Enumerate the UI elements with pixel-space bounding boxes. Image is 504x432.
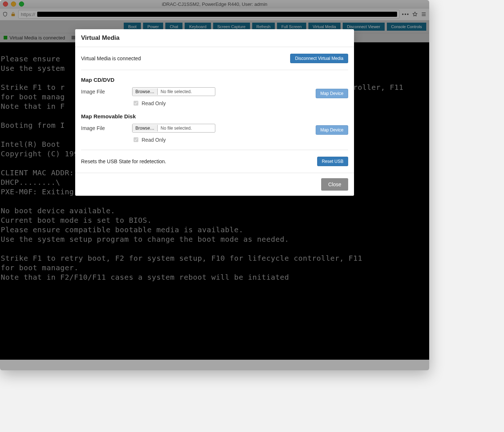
disconnect-virtual-media-button[interactable]: Disconnect Virtual Media	[290, 54, 348, 63]
cd-map-device-button[interactable]: Map Device	[316, 89, 348, 98]
hamburger-menu-icon[interactable]	[420, 11, 427, 18]
dialog-title: Virtual Media	[81, 34, 348, 42]
rd-image-file-label: Image File	[81, 125, 132, 131]
map-removable-section: Map Removable Disk Image File Browse… No…	[81, 113, 348, 143]
dialog-header: Virtual Media	[75, 29, 354, 47]
vmedia-status-text: Virtual Media is connected	[81, 56, 141, 61]
cd-read-only-checkbox[interactable]	[134, 101, 138, 106]
status-indicator-icon	[72, 36, 75, 39]
divider	[81, 150, 348, 150]
virtual-media-dialog: Virtual Media Virtual Media is connected…	[75, 29, 354, 196]
dialog-footer: Close	[75, 173, 354, 196]
cd-file-input[interactable]: Browse… No file selected.	[132, 87, 215, 96]
rd-browse-button[interactable]: Browse…	[132, 125, 158, 131]
lock-warning-icon[interactable]	[10, 11, 16, 17]
tracking-protection-icon[interactable]	[2, 11, 8, 17]
cd-read-only-label: Read Only	[142, 100, 166, 106]
app-window: iDRAC-CJ1SSM2, PowerEdge R440, User: adm…	[0, 0, 429, 370]
toolbar-console-controls-button[interactable]: Console Controls	[387, 23, 426, 31]
map-cd-section: Map CD/DVD Image File Browse… No file se…	[81, 77, 348, 107]
url-scheme: https://	[21, 12, 35, 17]
status-vmedia: Virtual Media is connected	[4, 35, 65, 41]
close-button[interactable]: Close	[321, 178, 348, 191]
cd-image-file-label: Image File	[81, 89, 132, 95]
rd-map-device-button[interactable]: Map Device	[316, 125, 348, 135]
address-bar: https:// •••	[0, 8, 429, 20]
divider	[81, 70, 348, 70]
rd-read-only-label: Read Only	[142, 137, 166, 143]
mac-titlebar: iDRAC-CJ1SSM2, PowerEdge R440, User: adm…	[0, 0, 429, 8]
bookmark-star-icon[interactable]	[412, 11, 418, 18]
rd-read-only-checkbox[interactable]	[134, 137, 138, 142]
page-actions-icon[interactable]: •••	[402, 11, 409, 17]
url-field[interactable]: https://	[18, 10, 400, 19]
cd-file-status: No file selected.	[158, 89, 195, 94]
reset-usb-description: Resets the USB State for redetection.	[81, 158, 166, 164]
window-title: iDRAC-CJ1SSM2, PowerEdge R440, User: adm…	[0, 1, 429, 7]
rd-file-input[interactable]: Browse… No file selected.	[132, 124, 215, 133]
vmedia-status-row: Virtual Media is connected Disconnect Vi…	[81, 54, 348, 63]
map-cd-title: Map CD/DVD	[81, 77, 348, 83]
cd-browse-button[interactable]: Browse…	[132, 88, 158, 95]
rd-file-status: No file selected.	[158, 126, 195, 131]
map-removable-title: Map Removable Disk	[81, 113, 348, 119]
url-redacted	[37, 12, 397, 17]
status-indicator-icon	[4, 36, 7, 39]
status-vmedia-text: Virtual Media is connected	[9, 35, 65, 41]
reset-usb-button[interactable]: Reset USB	[317, 157, 348, 166]
